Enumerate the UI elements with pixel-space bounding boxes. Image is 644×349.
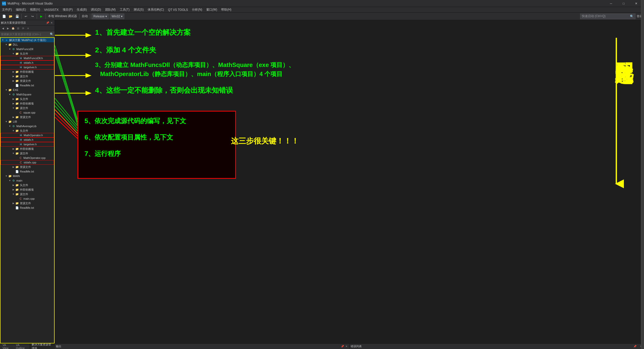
tree-targetver-h-1[interactable]: H targetver.h [1, 65, 54, 69]
va-view-tab[interactable]: VA View [0, 344, 13, 349]
tree-mathfuncsdll-h[interactable]: H MathFuncsDll.h [1, 56, 54, 60]
annotation-step2: 2、添加 4 个文件夹 [95, 45, 156, 55]
tree-root[interactable]: ▼ ■ 解决方案 'MultiProj' (4 个项目) [1, 38, 54, 42]
output-pin-button[interactable]: 📌 [340, 344, 344, 348]
tree-headfiles-3[interactable]: ▼ 📁 头文件 [1, 128, 54, 133]
tree-readme-3[interactable]: 📄 ReadMe.txt [1, 205, 54, 210]
new-project-button[interactable]: 📄 [1, 13, 7, 19]
tree-readme-2[interactable]: 📄 ReadMe.txt [1, 169, 54, 174]
menu-build[interactable]: 生成(B) [75, 7, 89, 12]
menu-view[interactable]: 视图(V) [28, 7, 42, 12]
tree-headfiles-2[interactable]: ▶ 📁 头文件 [1, 97, 54, 101]
tree-external-deps-3[interactable]: ▶ 📁 外部依赖项 [1, 147, 54, 151]
solution-explorer-tab2[interactable]: 解决方案资源管理器 [29, 344, 55, 349]
tree-mathfuncsdll-project[interactable]: ▼ ⚙ MathFuncsDll [1, 47, 54, 51]
menu-team[interactable]: 团队(M) [103, 7, 118, 12]
redo-button[interactable]: ↪ [29, 13, 35, 19]
menu-vassistx[interactable]: VASSISTX [42, 7, 61, 12]
menu-edit[interactable]: 编辑(E) [14, 7, 28, 12]
search-icon: 🔍 [630, 15, 634, 18]
se-filter-button[interactable]: ≡ [26, 26, 31, 31]
tree-readme-1[interactable]: 📄 ReadMe.txt [1, 83, 54, 88]
toolbar-separator-2 [37, 14, 37, 19]
tree-source-1[interactable]: ▶ 📁 源文件 [1, 74, 54, 79]
va-outline-tab[interactable]: VA Outline [13, 344, 29, 349]
solution-tree: ▼ ■ 解决方案 'MultiProj' (4 个项目) ▼ 📁 DLL ▼ ⚙… [1, 38, 54, 343]
tree-mathsquare-project[interactable]: ▼ ⚙ MathSquare [1, 92, 54, 97]
tree-source-4[interactable]: ▼ 📁 源文件 [1, 192, 54, 196]
tree-external-deps-1[interactable]: ▶ 📁 外部依赖项 [1, 69, 54, 74]
config-dropdown[interactable]: Release ▾ [92, 14, 109, 19]
se-back-button[interactable]: ◀ [1, 26, 6, 31]
se-close-button[interactable]: ✕ [50, 21, 54, 25]
se-pin-button[interactable]: 📌 [46, 21, 50, 25]
menu-help[interactable]: 帮助(H) [219, 7, 233, 12]
se-home-button[interactable]: 🏠 [11, 26, 16, 31]
start-button[interactable]: ▶ [38, 13, 44, 19]
tree-mathoperator-h[interactable]: H MathOperator.h [1, 133, 54, 137]
tree-resource-1[interactable]: ▶ 📁 资源文件 [1, 79, 54, 83]
tree-targetver-h-2[interactable]: H targetver.h [1, 142, 54, 147]
tree-source-3[interactable]: ▼ 📁 源文件 [1, 151, 54, 156]
tree-source-2[interactable]: ▼ 📁 源文件 [1, 106, 54, 110]
central-area: 1、首先建立一个空的解决方案 2、添加 4 个文件夹 3、分别建立 MathFu… [55, 20, 644, 343]
tree-mathaveragelib-project[interactable]: ▼ ⚙ MathAverageLib [1, 124, 54, 128]
save-button[interactable]: 💾 [14, 13, 20, 19]
menu-qt[interactable]: QT VS TOOLS [166, 7, 190, 12]
tree-stdafx-h-1[interactable]: H stdafx.h [1, 60, 54, 65]
menu-file[interactable]: 文件(F) [0, 7, 14, 12]
output-header: 输出 📌 ✕ [55, 344, 349, 349]
tree-external-deps-4[interactable]: ▶ 📁 外部依赖项 [1, 187, 54, 192]
tree-main-project[interactable]: ▼ ⚙ main [1, 178, 54, 183]
maximize-button[interactable]: □ [618, 0, 629, 7]
close-button[interactable]: ✕ [630, 0, 642, 7]
output-close-button[interactable]: ✕ [344, 344, 348, 348]
quick-search-input[interactable]: 快速启动 (Ctrl+Q) [582, 14, 630, 18]
annotation-step1: 1、首先建立一个空的解决方案 [95, 28, 191, 37]
output-scrollbar[interactable] [641, 0, 644, 349]
menu-project[interactable]: 项目(P) [61, 7, 75, 12]
window-controls: ─ □ ✕ [605, 0, 642, 7]
open-button[interactable]: 📂 [8, 13, 14, 19]
svg-line-5 [55, 49, 77, 122]
annotation-step7: 7、运行程序 [85, 149, 229, 158]
tree-external-deps-2[interactable]: ▶ 📁 外部依赖项 [1, 101, 54, 106]
menu-window[interactable]: 窗口(W) [204, 7, 219, 12]
tree-exe-folder[interactable]: ▼ 📁 EXE [1, 88, 54, 92]
errors-pin-button[interactable]: 📌 [633, 344, 637, 348]
menu-test[interactable]: 测试(S) [132, 7, 146, 12]
arch-value: Win32 [111, 15, 120, 18]
toolbar: 📄 📂 💾 ↩ ↪ ▶ 本地 Windows 调试器 自动 Release ▾ … [0, 13, 644, 20]
tree-resource-3[interactable]: ▶ 📁 资源文件 [1, 165, 54, 169]
app-icon: VS [2, 2, 6, 6]
tree-resource-2[interactable]: ▶ 📁 资源文件 [1, 115, 54, 119]
solution-search-input[interactable] [1, 33, 50, 36]
tree-mathoperator-cpp[interactable]: C MathOperator.cpp [1, 156, 54, 160]
tree-main-cpp[interactable]: C main.cpp [1, 196, 54, 201]
tree-stdafx-cpp[interactable]: C stdafx.cpp [1, 160, 54, 165]
minimize-button[interactable]: ─ [605, 0, 617, 7]
tree-lib-folder[interactable]: ▼ 📁 LIB [1, 119, 54, 124]
menu-arch[interactable]: 体系结构(C) [146, 7, 166, 12]
arch-dropdown[interactable]: Win32 ▾ [110, 14, 124, 19]
tree-headfiles-4[interactable]: ▶ 📁 头文件 [1, 183, 54, 187]
main-layout: 解决方案资源管理器 📌 ✕ ◀ ▶ 🏠 ⊟ ⟳ ≡ 🔍 ▼ ■ 解决方案 'Mu… [0, 20, 644, 343]
tree-main-folder[interactable]: ▼ 📁 MAIN [1, 174, 54, 178]
errors-title: 错误列表 [351, 344, 362, 348]
se-collapse-button[interactable]: ⊟ [16, 26, 21, 31]
tree-squar-cpp[interactable]: C squar.cpp [1, 110, 54, 115]
undo-button[interactable]: ↩ [23, 13, 29, 19]
tree-dll-folder[interactable]: ▼ 📁 DLL [1, 42, 54, 47]
menu-analyze[interactable]: 分析(N) [190, 7, 204, 12]
se-forward-button[interactable]: ▶ [6, 26, 11, 31]
tree-stdafx-h-2[interactable]: H stdafx.h [1, 137, 54, 142]
se-refresh-button[interactable]: ⟳ [21, 26, 26, 31]
solution-search-icon: 🔍 [50, 32, 54, 36]
menu-debug[interactable]: 调试(D) [89, 7, 103, 12]
toolbar-separator-4 [79, 14, 79, 19]
solution-explorer-header: 解决方案资源管理器 📌 ✕ [0, 20, 55, 26]
tree-label-root: 解决方案 'MultiProj' (4 个项目) [9, 38, 46, 42]
tree-headfiles-1[interactable]: ▼ 📁 头文件 [1, 51, 54, 56]
menu-tools[interactable]: 工具(T) [118, 7, 132, 12]
tree-resource-4[interactable]: ▶ 📁 资源文件 [1, 201, 54, 205]
